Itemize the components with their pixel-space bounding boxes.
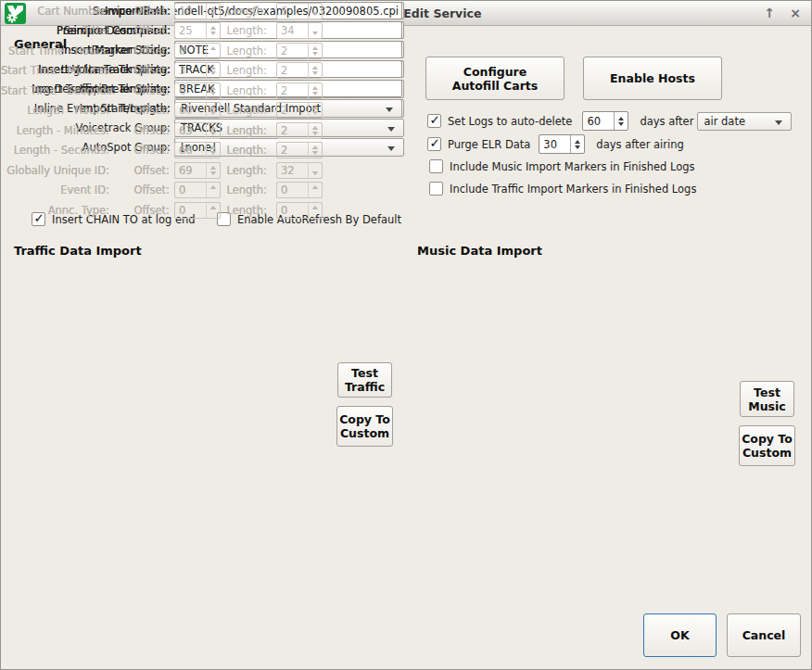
- offset-row: Title: Offset: 25 Length: 34: [1, 21, 323, 42]
- length-spinbox: 2: [276, 62, 323, 79]
- spin-arrows-icon: [308, 123, 322, 138]
- purge-elr-suffix-label: days after airing: [596, 138, 683, 151]
- spin-arrows-icon: [206, 203, 220, 218]
- offset-spinbox: 63: [174, 122, 221, 139]
- length-spinbox: 2: [276, 142, 323, 158]
- offset-spinbox: 6: [174, 82, 221, 99]
- length-spinbox: 2: [276, 102, 323, 119]
- offset-row-label: Start Time - Minutes:: [1, 64, 109, 77]
- spin-arrows-icon: [206, 183, 220, 197]
- spin-arrows-icon: [308, 143, 322, 158]
- length-spinbox: 34: [276, 22, 323, 39]
- music-offset-table: Cart Number: Offset: 10 Length: 6 Title:…: [1, 1, 323, 221]
- offset-row-label: Annc. Type:: [1, 204, 109, 217]
- spin-arrows-icon: [206, 83, 220, 98]
- offset-row: Start Time - Minutes: Offset: 3 Length: …: [1, 61, 323, 82]
- offset-row: Annc. Type: Offset: 0 Length: 0: [1, 200, 323, 221]
- offset-spinbox: 25: [174, 22, 221, 39]
- music-heading: Music Data Import: [417, 244, 542, 258]
- offset-spinbox: 69: [174, 162, 221, 179]
- length-spinbox: 6: [276, 3, 323, 19]
- include-music-markers-checkbox[interactable]: [429, 159, 443, 173]
- offset-label: Offset:: [109, 183, 170, 196]
- offset-row-label: Start Time - Hours:: [1, 44, 109, 57]
- traffic-copy-to-custom-button[interactable]: Copy To Custom: [336, 406, 393, 447]
- offset-label: Offset:: [109, 24, 170, 37]
- include-traffic-markers-label: Include Traffic Import Markers in Finish…: [450, 183, 696, 196]
- spin-arrows-icon[interactable]: [614, 112, 628, 130]
- spin-arrows-icon: [308, 163, 322, 178]
- offset-spinbox: 0: [174, 182, 221, 198]
- length-label: Length:: [221, 84, 267, 97]
- offset-label: Offset:: [109, 5, 170, 18]
- chevron-down-icon: [775, 120, 782, 125]
- auto-delete-label: Set Logs to auto-delete: [448, 115, 572, 128]
- offset-row-label: Length - Hours:: [1, 104, 109, 117]
- offset-row: Length - Hours: Offset: 60 Length: 2: [1, 101, 323, 121]
- music-copy-to-custom-button[interactable]: Copy To Custom: [739, 425, 795, 466]
- offset-row-label: Start Time - Seconds:: [1, 84, 109, 97]
- auto-delete-days-spinbox[interactable]: 60: [582, 111, 628, 131]
- edit-service-window: RDAdmin - Edit Service ↑ × General Servi…: [0, 0, 812, 670]
- length-label: Length:: [221, 144, 267, 157]
- purge-elr-days-spinbox[interactable]: 30: [539, 134, 585, 154]
- offset-row: Start Time - Seconds: Offset: 6 Length: …: [1, 81, 323, 101]
- configure-autofill-carts-button[interactable]: Configure Autofill Carts: [425, 57, 565, 100]
- spin-arrows-icon: [206, 4, 220, 19]
- length-spinbox: 2: [276, 43, 323, 59]
- spin-arrows-icon: [206, 143, 220, 158]
- auto-delete-checkbox[interactable]: [427, 114, 441, 128]
- length-label: Length:: [221, 5, 267, 18]
- ok-button[interactable]: OK: [643, 613, 717, 657]
- offset-row: Event ID: Offset: 0 Length: 0: [1, 181, 323, 201]
- spin-arrows-icon: [308, 63, 322, 78]
- spin-arrows-icon: [206, 103, 220, 118]
- restore-icon[interactable]: ↑: [760, 4, 779, 22]
- length-label: Length:: [221, 164, 267, 177]
- spin-arrows-icon: [308, 4, 322, 19]
- test-traffic-button[interactable]: Test Traffic: [337, 362, 392, 398]
- close-icon[interactable]: ×: [786, 4, 805, 22]
- length-label: Length:: [221, 24, 267, 37]
- offset-row-label: Length - Minutes:: [1, 124, 109, 137]
- offset-row-label: Globally Unique ID:: [1, 164, 109, 177]
- auto-delete-unit-dropdown[interactable]: air date: [697, 112, 792, 131]
- offset-label: Offset:: [109, 44, 170, 57]
- length-label: Length:: [221, 124, 267, 137]
- spin-arrows-icon[interactable]: [570, 135, 584, 153]
- offset-row-label: Event ID:: [1, 183, 109, 196]
- offset-row: Length - Minutes: Offset: 63 Length: 2: [1, 120, 323, 141]
- offset-label: Offset:: [109, 144, 170, 157]
- spin-arrows-icon: [206, 123, 220, 138]
- length-spinbox: 32: [276, 162, 323, 179]
- length-label: Length:: [221, 44, 267, 57]
- offset-label: Offset:: [109, 84, 170, 97]
- spin-arrows-icon: [206, 63, 220, 78]
- spin-arrows-icon: [308, 183, 322, 197]
- enable-hosts-button[interactable]: Enable Hosts: [583, 57, 722, 100]
- length-label: Length:: [221, 104, 267, 117]
- chevron-down-icon: [387, 127, 395, 132]
- offset-spinbox: 0: [174, 202, 221, 219]
- offset-label: Offset:: [109, 64, 170, 77]
- length-label: Length:: [221, 204, 267, 217]
- length-spinbox: 0: [276, 182, 323, 198]
- purge-elr-checkbox[interactable]: [427, 137, 441, 151]
- offset-spinbox: 0: [174, 43, 221, 59]
- offset-label: Offset:: [109, 104, 170, 117]
- length-spinbox: 0: [276, 202, 323, 219]
- offset-label: Offset:: [109, 124, 170, 137]
- offset-spinbox: 10: [174, 3, 221, 19]
- chevron-down-icon: [386, 107, 393, 112]
- offset-row: Start Time - Hours: Offset: 0 Length: 2: [1, 41, 323, 61]
- purge-elr-label: Purge ELR Data: [448, 138, 530, 151]
- test-music-button[interactable]: Test Music: [740, 381, 794, 417]
- spin-arrows-icon: [308, 83, 322, 98]
- offset-row-label: Length - Seconds:: [1, 144, 109, 157]
- include-traffic-markers-checkbox[interactable]: [429, 182, 443, 196]
- cancel-button[interactable]: Cancel: [727, 613, 801, 657]
- chevron-down-icon: [387, 146, 395, 151]
- offset-spinbox: 3: [174, 62, 221, 79]
- offset-spinbox: 66: [174, 142, 221, 158]
- offset-row: Globally Unique ID: Offset: 69 Length: 3…: [1, 160, 323, 181]
